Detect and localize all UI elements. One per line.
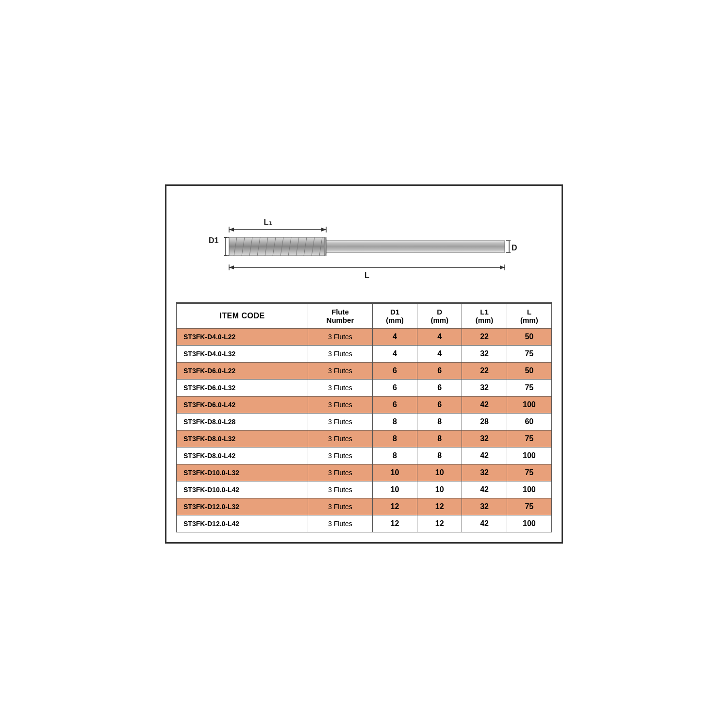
cell-d1: 10 bbox=[372, 464, 417, 481]
cell-flutes: 3 Flutes bbox=[308, 414, 373, 430]
svg-marker-14 bbox=[324, 237, 326, 256]
cell-d: 4 bbox=[417, 329, 462, 346]
svg-text:D: D bbox=[512, 244, 517, 252]
cell-item-code: ST3FK-D4.0-L22 bbox=[177, 329, 308, 346]
product-table: ITEM CODE FluteNumber D1(mm) D(mm) L1(mm… bbox=[176, 303, 552, 532]
cell-d: 4 bbox=[417, 346, 462, 363]
cell-l1: 42 bbox=[462, 447, 507, 464]
cell-l1: 32 bbox=[462, 430, 507, 447]
table-row: ST3FK-D6.0-L423 Flutes6642100 bbox=[177, 397, 552, 414]
cell-d1: 4 bbox=[372, 329, 417, 346]
cell-flutes: 3 Flutes bbox=[308, 397, 373, 414]
cell-l: 50 bbox=[507, 363, 551, 380]
svg-text:D1: D1 bbox=[209, 236, 219, 245]
cell-l: 50 bbox=[507, 329, 551, 346]
cell-flutes: 3 Flutes bbox=[308, 515, 373, 532]
cell-d: 6 bbox=[417, 380, 462, 397]
cell-d1: 4 bbox=[372, 346, 417, 363]
table-row: ST3FK-D8.0-L323 Flutes883275 bbox=[177, 430, 552, 447]
cell-l: 75 bbox=[507, 498, 551, 515]
header-flute-number: FluteNumber bbox=[308, 304, 373, 329]
cell-d1: 12 bbox=[372, 498, 417, 515]
cell-d: 8 bbox=[417, 430, 462, 447]
table-row: ST3FK-D12.0-L323 Flutes12123275 bbox=[177, 498, 552, 515]
cell-d: 10 bbox=[417, 481, 462, 498]
cell-item-code: ST3FK-D6.0-L22 bbox=[177, 363, 308, 380]
table-row: ST3FK-D8.0-L423 Flutes8842100 bbox=[177, 447, 552, 464]
cell-l1: 22 bbox=[462, 363, 507, 380]
cell-l: 75 bbox=[507, 464, 551, 481]
cell-d: 8 bbox=[417, 414, 462, 430]
cell-flutes: 3 Flutes bbox=[308, 346, 373, 363]
cell-item-code: ST3FK-D8.0-L42 bbox=[177, 447, 308, 464]
cell-d: 8 bbox=[417, 447, 462, 464]
table-row: ST3FK-D10.0-L323 Flutes10103275 bbox=[177, 464, 552, 481]
cell-l: 75 bbox=[507, 380, 551, 397]
table-row: ST3FK-D10.0-L423 Flutes101042100 bbox=[177, 481, 552, 498]
cell-flutes: 3 Flutes bbox=[308, 464, 373, 481]
product-card: D1 D L₁ bbox=[165, 184, 563, 544]
cell-item-code: ST3FK-D12.0-L32 bbox=[177, 498, 308, 515]
cell-l: 100 bbox=[507, 515, 551, 532]
table-row: ST3FK-D4.0-L223 Flutes442250 bbox=[177, 329, 552, 346]
header-l1: L1(mm) bbox=[462, 304, 507, 329]
cell-flutes: 3 Flutes bbox=[308, 380, 373, 397]
cell-l: 100 bbox=[507, 397, 551, 414]
cell-item-code: ST3FK-D10.0-L42 bbox=[177, 481, 308, 498]
cell-l1: 32 bbox=[462, 346, 507, 363]
cell-d1: 8 bbox=[372, 430, 417, 447]
cell-l1: 42 bbox=[462, 515, 507, 532]
cell-l1: 32 bbox=[462, 498, 507, 515]
cell-d: 6 bbox=[417, 363, 462, 380]
cell-l: 75 bbox=[507, 346, 551, 363]
header-l: L(mm) bbox=[507, 304, 551, 329]
cell-d1: 8 bbox=[372, 447, 417, 464]
cell-d1: 12 bbox=[372, 515, 417, 532]
svg-marker-35 bbox=[500, 265, 505, 269]
cell-l: 60 bbox=[507, 414, 551, 430]
cell-l1: 42 bbox=[462, 481, 507, 498]
cell-l1: 42 bbox=[462, 397, 507, 414]
cell-item-code: ST3FK-D6.0-L32 bbox=[177, 380, 308, 397]
cell-d1: 6 bbox=[372, 397, 417, 414]
cell-item-code: ST3FK-D4.0-L32 bbox=[177, 346, 308, 363]
cell-d: 12 bbox=[417, 498, 462, 515]
cell-d: 10 bbox=[417, 464, 462, 481]
table-section: ITEM CODE FluteNumber D1(mm) D(mm) L1(mm… bbox=[176, 302, 552, 532]
diagram-section: D1 D L₁ bbox=[176, 196, 552, 302]
table-body: ST3FK-D4.0-L223 Flutes442250ST3FK-D4.0-L… bbox=[177, 329, 552, 532]
cell-item-code: ST3FK-D6.0-L42 bbox=[177, 397, 308, 414]
table-row: ST3FK-D6.0-L323 Flutes663275 bbox=[177, 380, 552, 397]
table-row: ST3FK-D12.0-L423 Flutes121242100 bbox=[177, 515, 552, 532]
table-header-row: ITEM CODE FluteNumber D1(mm) D(mm) L1(mm… bbox=[177, 304, 552, 329]
cell-d1: 6 bbox=[372, 380, 417, 397]
svg-text:L: L bbox=[364, 271, 369, 280]
cell-l: 100 bbox=[507, 481, 551, 498]
svg-marker-28 bbox=[229, 228, 234, 232]
cell-item-code: ST3FK-D8.0-L32 bbox=[177, 430, 308, 447]
svg-marker-34 bbox=[229, 265, 234, 269]
table-row: ST3FK-D4.0-L323 Flutes443275 bbox=[177, 346, 552, 363]
cell-l: 75 bbox=[507, 430, 551, 447]
cell-l1: 32 bbox=[462, 380, 507, 397]
tool-diagram: D1 D L₁ bbox=[199, 205, 529, 288]
cell-d1: 6 bbox=[372, 363, 417, 380]
cell-flutes: 3 Flutes bbox=[308, 498, 373, 515]
cell-flutes: 3 Flutes bbox=[308, 363, 373, 380]
svg-text:L₁: L₁ bbox=[264, 217, 272, 227]
cell-item-code: ST3FK-D12.0-L42 bbox=[177, 515, 308, 532]
table-row: ST3FK-D8.0-L283 Flutes882860 bbox=[177, 414, 552, 430]
cell-l1: 28 bbox=[462, 414, 507, 430]
cell-item-code: ST3FK-D10.0-L32 bbox=[177, 464, 308, 481]
svg-marker-29 bbox=[321, 228, 326, 232]
cell-flutes: 3 Flutes bbox=[308, 329, 373, 346]
header-item-code: ITEM CODE bbox=[177, 304, 308, 329]
cell-l1: 32 bbox=[462, 464, 507, 481]
cell-flutes: 3 Flutes bbox=[308, 447, 373, 464]
cell-flutes: 3 Flutes bbox=[308, 430, 373, 447]
cell-d1: 10 bbox=[372, 481, 417, 498]
cell-l1: 22 bbox=[462, 329, 507, 346]
cell-l: 100 bbox=[507, 447, 551, 464]
table-row: ST3FK-D6.0-L223 Flutes662250 bbox=[177, 363, 552, 380]
cell-d: 12 bbox=[417, 515, 462, 532]
